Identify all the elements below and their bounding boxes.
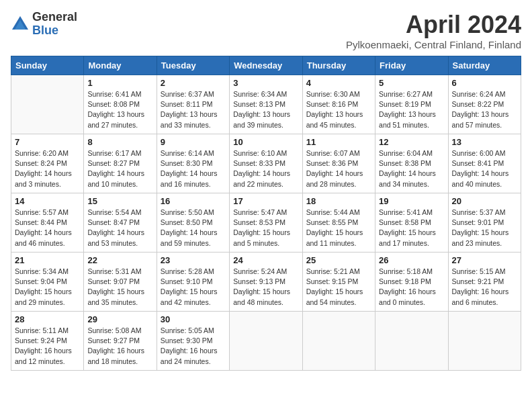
- calendar-day: 17Sunrise: 5:47 AMSunset: 8:53 PMDayligh…: [230, 193, 302, 253]
- day-info: Sunrise: 5:18 AMSunset: 9:18 PMDaylight:…: [379, 267, 444, 308]
- calendar-day: 10Sunrise: 6:10 AMSunset: 8:33 PMDayligh…: [230, 134, 302, 193]
- day-info: Sunrise: 5:11 AMSunset: 9:24 PMDaylight:…: [15, 326, 80, 367]
- day-number: 13: [452, 137, 517, 147]
- calendar-day: 18Sunrise: 5:44 AMSunset: 8:55 PMDayligh…: [302, 193, 375, 253]
- weekday-header-monday: Monday: [84, 56, 157, 75]
- day-info: Sunrise: 5:47 AMSunset: 8:53 PMDaylight:…: [233, 208, 298, 248]
- calendar-day: 24Sunrise: 5:24 AMSunset: 9:13 PMDayligh…: [230, 253, 302, 312]
- day-number: 2: [161, 78, 226, 88]
- calendar-day: 28Sunrise: 5:11 AMSunset: 9:24 PMDayligh…: [11, 312, 84, 371]
- calendar-week-1: 1Sunrise: 6:41 AMSunset: 8:08 PMDaylight…: [11, 75, 521, 134]
- day-number: 27: [452, 255, 517, 265]
- day-number: 9: [161, 137, 226, 147]
- day-number: 5: [379, 78, 444, 88]
- day-info: Sunrise: 6:14 AMSunset: 8:30 PMDaylight:…: [161, 148, 226, 189]
- day-info: Sunrise: 6:20 AMSunset: 8:24 PMDaylight:…: [15, 148, 80, 189]
- day-info: Sunrise: 6:27 AMSunset: 8:19 PMDaylight:…: [379, 89, 444, 130]
- calendar-day: 29Sunrise: 5:08 AMSunset: 9:27 PMDayligh…: [84, 312, 157, 371]
- day-number: 29: [87, 314, 152, 324]
- calendar-day: 7Sunrise: 6:20 AMSunset: 8:24 PMDaylight…: [11, 134, 84, 193]
- weekday-header-row: SundayMondayTuesdayWednesdayThursdayFrid…: [11, 56, 521, 75]
- day-number: 22: [87, 255, 152, 265]
- weekday-header-tuesday: Tuesday: [157, 56, 229, 75]
- calendar-day: 1Sunrise: 6:41 AMSunset: 8:08 PMDaylight…: [84, 75, 157, 134]
- calendar-week-2: 7Sunrise: 6:20 AMSunset: 8:24 PMDaylight…: [11, 134, 521, 193]
- day-number: 3: [233, 78, 298, 88]
- day-info: Sunrise: 5:57 AMSunset: 8:44 PMDaylight:…: [15, 208, 80, 248]
- day-info: Sunrise: 6:07 AMSunset: 8:36 PMDaylight:…: [306, 148, 371, 189]
- calendar-day: [302, 312, 375, 371]
- day-info: Sunrise: 5:08 AMSunset: 9:27 PMDaylight:…: [87, 326, 152, 367]
- calendar-day: 19Sunrise: 5:41 AMSunset: 8:58 PMDayligh…: [375, 193, 448, 253]
- calendar-day: 21Sunrise: 5:34 AMSunset: 9:04 PMDayligh…: [11, 253, 84, 312]
- day-info: Sunrise: 5:28 AMSunset: 9:10 PMDaylight:…: [161, 267, 226, 308]
- weekday-header-wednesday: Wednesday: [230, 56, 302, 75]
- weekday-header-sunday: Sunday: [11, 56, 84, 75]
- day-number: 30: [161, 314, 226, 324]
- day-info: Sunrise: 6:04 AMSunset: 8:38 PMDaylight:…: [379, 148, 444, 189]
- day-info: Sunrise: 6:10 AMSunset: 8:33 PMDaylight:…: [233, 148, 298, 189]
- calendar-day: 26Sunrise: 5:18 AMSunset: 9:18 PMDayligh…: [375, 253, 448, 312]
- day-number: 16: [161, 196, 226, 206]
- title-block: April 2024 Pylkoenmaeki, Central Finland…: [346, 11, 521, 50]
- calendar-day: 13Sunrise: 6:00 AMSunset: 8:41 PMDayligh…: [448, 134, 521, 193]
- day-number: 28: [15, 314, 80, 324]
- day-info: Sunrise: 5:41 AMSunset: 8:58 PMDaylight:…: [379, 208, 444, 248]
- day-info: Sunrise: 5:15 AMSunset: 9:21 PMDaylight:…: [452, 267, 517, 308]
- day-number: 19: [379, 196, 444, 206]
- calendar-day: 11Sunrise: 6:07 AMSunset: 8:36 PMDayligh…: [302, 134, 375, 193]
- calendar-day: 30Sunrise: 5:05 AMSunset: 9:30 PMDayligh…: [157, 312, 229, 371]
- calendar-day: 6Sunrise: 6:24 AMSunset: 8:22 PMDaylight…: [448, 75, 521, 134]
- day-number: 8: [87, 137, 152, 147]
- calendar-day: [375, 312, 448, 371]
- day-number: 21: [15, 255, 80, 265]
- calendar-day: 14Sunrise: 5:57 AMSunset: 8:44 PMDayligh…: [11, 193, 84, 253]
- calendar-week-4: 21Sunrise: 5:34 AMSunset: 9:04 PMDayligh…: [11, 253, 521, 312]
- calendar-day: 8Sunrise: 6:17 AMSunset: 8:27 PMDaylight…: [84, 134, 157, 193]
- calendar-day: 23Sunrise: 5:28 AMSunset: 9:10 PMDayligh…: [157, 253, 229, 312]
- day-number: 12: [379, 137, 444, 147]
- calendar-day: 9Sunrise: 6:14 AMSunset: 8:30 PMDaylight…: [157, 134, 229, 193]
- day-number: 6: [452, 78, 517, 88]
- day-number: 23: [161, 255, 226, 265]
- calendar-day: [448, 312, 521, 371]
- calendar-week-3: 14Sunrise: 5:57 AMSunset: 8:44 PMDayligh…: [11, 193, 521, 253]
- day-info: Sunrise: 5:34 AMSunset: 9:04 PMDaylight:…: [15, 267, 80, 308]
- day-number: 24: [233, 255, 298, 265]
- calendar-day: 25Sunrise: 5:21 AMSunset: 9:15 PMDayligh…: [302, 253, 375, 312]
- day-number: 17: [233, 196, 298, 206]
- weekday-header-friday: Friday: [375, 56, 448, 75]
- day-number: 18: [306, 196, 371, 206]
- calendar-day: 15Sunrise: 5:54 AMSunset: 8:47 PMDayligh…: [84, 193, 157, 253]
- day-number: 25: [306, 255, 371, 265]
- calendar-day: [230, 312, 302, 371]
- calendar-day: 16Sunrise: 5:50 AMSunset: 8:50 PMDayligh…: [157, 193, 229, 253]
- logo-icon: [11, 15, 30, 34]
- day-info: Sunrise: 5:54 AMSunset: 8:47 PMDaylight:…: [87, 208, 152, 248]
- day-number: 14: [15, 196, 80, 206]
- calendar-day: 3Sunrise: 6:34 AMSunset: 8:13 PMDaylight…: [230, 75, 302, 134]
- day-info: Sunrise: 5:31 AMSunset: 9:07 PMDaylight:…: [87, 267, 152, 308]
- day-number: 1: [87, 78, 152, 88]
- month-title: April 2024: [346, 11, 521, 39]
- weekday-header-saturday: Saturday: [448, 56, 521, 75]
- day-number: 10: [233, 137, 298, 147]
- calendar-day: 2Sunrise: 6:37 AMSunset: 8:11 PMDaylight…: [157, 75, 229, 134]
- day-number: 20: [452, 196, 517, 206]
- logo: General Blue: [11, 11, 77, 38]
- calendar-table: SundayMondayTuesdayWednesdayThursdayFrid…: [11, 56, 521, 371]
- calendar-week-5: 28Sunrise: 5:11 AMSunset: 9:24 PMDayligh…: [11, 312, 521, 371]
- day-info: Sunrise: 5:05 AMSunset: 9:30 PMDaylight:…: [161, 326, 226, 367]
- logo-blue-text: Blue: [32, 24, 77, 38]
- day-number: 11: [306, 137, 371, 147]
- day-info: Sunrise: 6:17 AMSunset: 8:27 PMDaylight:…: [87, 148, 152, 189]
- weekday-header-thursday: Thursday: [302, 56, 375, 75]
- day-info: Sunrise: 6:34 AMSunset: 8:13 PMDaylight:…: [233, 89, 298, 130]
- day-info: Sunrise: 5:24 AMSunset: 9:13 PMDaylight:…: [233, 267, 298, 308]
- calendar-day: 20Sunrise: 5:37 AMSunset: 9:01 PMDayligh…: [448, 193, 521, 253]
- day-number: 26: [379, 255, 444, 265]
- day-info: Sunrise: 6:24 AMSunset: 8:22 PMDaylight:…: [452, 89, 517, 130]
- calendar-day: [11, 75, 84, 134]
- day-info: Sunrise: 5:37 AMSunset: 9:01 PMDaylight:…: [452, 208, 517, 248]
- day-number: 7: [15, 137, 80, 147]
